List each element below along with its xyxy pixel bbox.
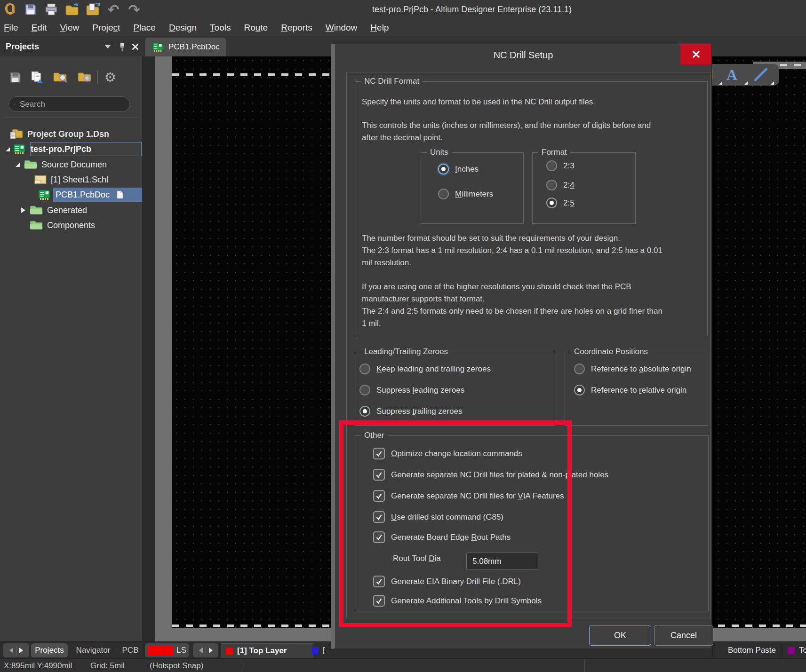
radio-suppress-leading[interactable]: Suppress leading zeroes — [359, 385, 464, 395]
settings-gear-icon[interactable]: ⚙ — [102, 69, 119, 86]
radio-2-4[interactable]: 2:4 — [546, 180, 575, 190]
scroll-left-icon[interactable] — [199, 648, 203, 653]
explore-folder-icon[interactable] — [52, 69, 69, 86]
scroll-right-icon[interactable] — [19, 648, 23, 653]
compile-documents-icon[interactable] — [28, 69, 45, 86]
checkbox-label: Use drilled slot command (G85) — [391, 513, 503, 522]
tree-item-components[interactable]: Components — [29, 218, 142, 232]
radio-icon[interactable] — [359, 364, 370, 374]
layer-tab-scroll-arrows[interactable] — [193, 643, 218, 657]
menu-file[interactable]: File — [4, 23, 18, 33]
checkbox-checked-icon[interactable] — [373, 511, 385, 523]
radio-2-5[interactable]: 2:5 — [546, 198, 575, 208]
open-document-icon[interactable] — [85, 1, 101, 17]
layer-set-tab[interactable]: LS — [145, 643, 189, 657]
checkbox-drilled-slot-g85[interactable]: Use drilled slot command (G85) — [373, 511, 503, 523]
radio-icon[interactable] — [546, 160, 557, 171]
radio-icon[interactable] — [574, 364, 585, 374]
checkbox-checked-icon[interactable] — [373, 490, 385, 502]
project-search[interactable] — [8, 96, 130, 112]
expanded-icon[interactable] — [16, 163, 20, 167]
checkbox-separate-plated[interactable]: Generate separate NC Drill files for pla… — [373, 469, 608, 481]
panel-splitter[interactable] — [142, 56, 155, 641]
tree-item-sheet1[interactable]: [1] Sheet1.Schl — [34, 173, 142, 187]
board-edge-dashed-top — [172, 73, 337, 76]
radio-selected-icon[interactable] — [438, 164, 449, 174]
radio-selected-icon[interactable] — [359, 406, 370, 417]
layer-set-label: LS — [176, 646, 186, 655]
layer-tab-clipped-right[interactable]: To — [783, 643, 806, 657]
tab-pcb[interactable]: PCB — [119, 643, 142, 657]
radio-icon[interactable] — [438, 189, 449, 199]
close-dialog-button[interactable] — [680, 44, 711, 64]
panel-menu-icon[interactable] — [103, 41, 113, 52]
radio-keep-zeroes[interactable]: Keep leading and trailing zeroes — [359, 364, 491, 374]
save-project-icon[interactable] — [7, 69, 24, 86]
menu-view[interactable]: View — [60, 23, 79, 33]
menu-reports[interactable]: Reports — [281, 23, 312, 33]
radio-selected-icon[interactable] — [574, 385, 585, 395]
menu-window[interactable]: Window — [326, 23, 358, 33]
radio-suppress-trailing[interactable]: Suppress trailing zeroes — [359, 406, 462, 417]
menu-route[interactable]: Route — [244, 23, 268, 33]
checkbox-eia-binary-drl[interactable]: Generate EIA Binary Drill File (.DRL) — [373, 576, 521, 587]
panel-tab-scroll-arrows[interactable] — [3, 643, 29, 657]
undo-icon[interactable]: ↶ — [105, 1, 121, 17]
radio-icon[interactable] — [359, 385, 370, 395]
rout-tool-dia-input[interactable] — [466, 553, 538, 570]
menu-design[interactable]: Design — [169, 23, 197, 33]
menu-place[interactable]: Place — [133, 23, 156, 33]
checkbox-optimize-commands[interactable]: Optimize change location commands — [373, 448, 522, 459]
scroll-left-icon[interactable] — [9, 648, 13, 653]
text-tool-icon[interactable]: A — [726, 65, 737, 85]
tree-item-project-group[interactable]: Project Group 1.Dsn — [9, 127, 142, 141]
menu-help[interactable]: Help — [370, 23, 389, 33]
tree-item-source-documents[interactable]: Source Documen — [16, 158, 142, 172]
tab-pcb1-pcbdoc[interactable]: PCB1.PcbDoc — [145, 38, 226, 56]
radio-icon[interactable] — [546, 180, 557, 190]
open-project-icon[interactable] — [64, 1, 80, 17]
tree-item-generated[interactable]: Generated — [21, 203, 142, 217]
pin-icon[interactable] — [117, 41, 127, 52]
menu-tools[interactable]: Tools — [210, 23, 231, 33]
radio-label: 2:3 — [563, 161, 575, 171]
checkbox-checked-icon[interactable] — [373, 448, 385, 459]
dropdown-corner-icon — [719, 81, 722, 85]
radio-absolute-origin[interactable]: Reference to absolute origin — [574, 364, 691, 374]
save-icon[interactable] — [23, 1, 39, 17]
menu-edit[interactable]: Edit — [32, 23, 47, 33]
radio-inches[interactable]: Inches — [438, 164, 479, 174]
radio-relative-origin[interactable]: Reference to relative origin — [574, 385, 686, 395]
checkbox-checked-icon[interactable] — [373, 531, 385, 543]
collapsed-icon[interactable] — [21, 207, 25, 213]
tree-item-pcb1-pcbdoc[interactable]: PCB1.PcbDoc — [38, 188, 142, 202]
radio-selected-icon[interactable] — [546, 198, 557, 208]
layer-tab-bottom-paste[interactable]: Bottom Paste — [714, 643, 790, 657]
close-panel-icon[interactable] — [130, 41, 140, 52]
checkbox-checked-icon[interactable] — [373, 469, 385, 481]
project-options-folder-icon[interactable] — [76, 69, 93, 86]
checkbox-board-edge-rout[interactable]: Generate Board Edge Rout Paths — [373, 531, 511, 543]
checkbox-checked-icon[interactable] — [373, 576, 385, 587]
layer-tab-label: Bottom Paste — [728, 646, 776, 655]
expanded-icon[interactable] — [6, 147, 10, 151]
search-input[interactable] — [19, 99, 125, 110]
line-tool-icon[interactable] — [754, 67, 768, 81]
tab-projects[interactable]: Projects — [31, 643, 68, 657]
checkbox-additional-tools-symbols[interactable]: Generate Additional Tools by Drill Symbo… — [373, 595, 542, 607]
ok-button[interactable]: OK — [589, 625, 651, 646]
menu-project[interactable]: Project — [92, 23, 120, 33]
tree-item-test-pro-prjpcb[interactable]: test-pro.PrjPcb — [6, 142, 141, 156]
print-icon[interactable] — [43, 1, 59, 17]
radio-label: Reference to absolute origin — [591, 364, 691, 374]
folder-icon — [29, 220, 43, 231]
checkbox-checked-icon[interactable] — [373, 595, 385, 607]
checkbox-separate-via[interactable]: Generate separate NC Drill files for VIA… — [373, 490, 564, 502]
layer-tab-top-layer[interactable]: [1] Top Layer — [221, 643, 313, 658]
radio-2-3[interactable]: 2:3 — [546, 160, 575, 171]
scroll-right-icon[interactable] — [209, 648, 213, 653]
cancel-button[interactable]: Cancel — [654, 625, 713, 646]
radio-millimeters[interactable]: Millimeters — [438, 189, 493, 199]
tab-navigator[interactable]: Navigator — [71, 643, 116, 657]
redo-icon[interactable]: ↷ — [126, 1, 142, 17]
